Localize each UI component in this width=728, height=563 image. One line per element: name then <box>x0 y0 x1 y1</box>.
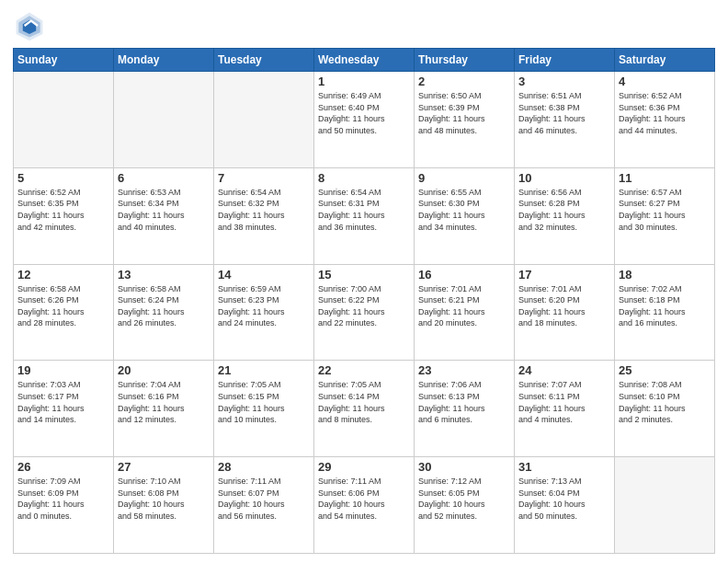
day-number: 19 <box>17 363 109 377</box>
day-info: Sunrise: 7:01 AM Sunset: 6:21 PM Dayligh… <box>418 283 510 329</box>
calendar-week-5: 26Sunrise: 7:09 AM Sunset: 6:09 PM Dayli… <box>14 457 715 554</box>
day-number: 20 <box>118 363 210 377</box>
day-number: 23 <box>418 363 510 377</box>
calendar-cell <box>615 457 715 554</box>
day-info: Sunrise: 7:09 AM Sunset: 6:09 PM Dayligh… <box>17 476 109 522</box>
day-info: Sunrise: 7:08 AM Sunset: 6:10 PM Dayligh… <box>619 379 711 425</box>
calendar-cell: 18Sunrise: 7:02 AM Sunset: 6:18 PM Dayli… <box>615 264 715 361</box>
day-number: 30 <box>418 460 510 474</box>
calendar-cell: 23Sunrise: 7:06 AM Sunset: 6:13 PM Dayli… <box>415 361 515 457</box>
day-info: Sunrise: 7:04 AM Sunset: 6:16 PM Dayligh… <box>118 379 210 425</box>
weekday-header-row: SundayMondayTuesdayWednesdayThursdayFrid… <box>14 49 715 72</box>
calendar-cell: 5Sunrise: 6:52 AM Sunset: 6:35 PM Daylig… <box>14 167 114 264</box>
day-info: Sunrise: 6:54 AM Sunset: 6:32 PM Dayligh… <box>218 187 310 233</box>
calendar-cell: 14Sunrise: 6:59 AM Sunset: 6:23 PM Dayli… <box>214 264 314 361</box>
calendar-cell: 11Sunrise: 6:57 AM Sunset: 6:27 PM Dayli… <box>615 167 715 264</box>
calendar-cell: 28Sunrise: 7:11 AM Sunset: 6:07 PM Dayli… <box>214 457 314 554</box>
day-number: 5 <box>17 171 109 185</box>
day-number: 6 <box>118 171 210 185</box>
day-info: Sunrise: 7:02 AM Sunset: 6:18 PM Dayligh… <box>619 283 711 329</box>
day-number: 15 <box>318 268 410 282</box>
weekday-header-sunday: Sunday <box>14 49 114 72</box>
day-number: 28 <box>218 460 310 474</box>
calendar-cell: 25Sunrise: 7:08 AM Sunset: 6:10 PM Dayli… <box>615 361 715 457</box>
weekday-header-thursday: Thursday <box>415 49 515 72</box>
day-info: Sunrise: 6:58 AM Sunset: 6:24 PM Dayligh… <box>118 283 210 329</box>
day-info: Sunrise: 6:49 AM Sunset: 6:40 PM Dayligh… <box>318 90 410 136</box>
calendar-cell: 1Sunrise: 6:49 AM Sunset: 6:40 PM Daylig… <box>314 72 415 168</box>
calendar-cell: 30Sunrise: 7:12 AM Sunset: 6:05 PM Dayli… <box>415 457 515 554</box>
day-number: 10 <box>518 171 610 185</box>
day-info: Sunrise: 6:52 AM Sunset: 6:35 PM Dayligh… <box>17 187 109 233</box>
day-info: Sunrise: 6:58 AM Sunset: 6:26 PM Dayligh… <box>17 283 109 329</box>
calendar-cell: 17Sunrise: 7:01 AM Sunset: 6:20 PM Dayli… <box>515 264 615 361</box>
weekday-header-wednesday: Wednesday <box>314 49 415 72</box>
day-number: 3 <box>518 75 610 88</box>
weekday-header-tuesday: Tuesday <box>214 49 314 72</box>
calendar-cell: 24Sunrise: 7:07 AM Sunset: 6:11 PM Dayli… <box>515 361 615 457</box>
day-info: Sunrise: 6:53 AM Sunset: 6:34 PM Dayligh… <box>118 187 210 233</box>
day-number: 25 <box>619 363 711 377</box>
day-info: Sunrise: 7:01 AM Sunset: 6:20 PM Dayligh… <box>518 283 610 329</box>
calendar-cell: 7Sunrise: 6:54 AM Sunset: 6:32 PM Daylig… <box>214 167 314 264</box>
day-number: 27 <box>118 460 210 474</box>
weekday-header-saturday: Saturday <box>615 49 715 72</box>
day-number: 21 <box>218 363 310 377</box>
day-info: Sunrise: 7:07 AM Sunset: 6:11 PM Dayligh… <box>518 379 610 425</box>
calendar-cell: 15Sunrise: 7:00 AM Sunset: 6:22 PM Dayli… <box>314 264 415 361</box>
day-number: 29 <box>318 460 410 474</box>
calendar-cell: 27Sunrise: 7:10 AM Sunset: 6:08 PM Dayli… <box>114 457 214 554</box>
calendar-cell: 26Sunrise: 7:09 AM Sunset: 6:09 PM Dayli… <box>14 457 114 554</box>
day-info: Sunrise: 7:05 AM Sunset: 6:14 PM Dayligh… <box>318 379 410 425</box>
header <box>13 9 715 42</box>
day-info: Sunrise: 6:50 AM Sunset: 6:39 PM Dayligh… <box>418 90 510 136</box>
calendar-cell: 22Sunrise: 7:05 AM Sunset: 6:14 PM Dayli… <box>314 361 415 457</box>
weekday-header-monday: Monday <box>114 49 214 72</box>
day-number: 7 <box>218 171 310 185</box>
calendar-cell: 4Sunrise: 6:52 AM Sunset: 6:36 PM Daylig… <box>615 72 715 168</box>
calendar-cell <box>14 72 114 168</box>
calendar-cell: 2Sunrise: 6:50 AM Sunset: 6:39 PM Daylig… <box>415 72 515 168</box>
day-number: 8 <box>318 171 410 185</box>
day-number: 18 <box>619 268 711 282</box>
day-info: Sunrise: 7:00 AM Sunset: 6:22 PM Dayligh… <box>318 283 410 329</box>
calendar-week-3: 12Sunrise: 6:58 AM Sunset: 6:26 PM Dayli… <box>14 264 715 361</box>
calendar-cell <box>114 72 214 168</box>
day-info: Sunrise: 7:11 AM Sunset: 6:06 PM Dayligh… <box>318 476 410 522</box>
day-info: Sunrise: 7:03 AM Sunset: 6:17 PM Dayligh… <box>17 379 109 425</box>
calendar-cell: 16Sunrise: 7:01 AM Sunset: 6:21 PM Dayli… <box>415 264 515 361</box>
calendar-week-2: 5Sunrise: 6:52 AM Sunset: 6:35 PM Daylig… <box>14 167 715 264</box>
day-number: 4 <box>619 75 711 88</box>
day-info: Sunrise: 7:10 AM Sunset: 6:08 PM Dayligh… <box>118 476 210 522</box>
day-number: 12 <box>17 268 109 282</box>
day-info: Sunrise: 6:56 AM Sunset: 6:28 PM Dayligh… <box>518 187 610 233</box>
weekday-header-friday: Friday <box>515 49 615 72</box>
calendar-week-1: 1Sunrise: 6:49 AM Sunset: 6:40 PM Daylig… <box>14 72 715 168</box>
day-info: Sunrise: 6:59 AM Sunset: 6:23 PM Dayligh… <box>218 283 310 329</box>
day-info: Sunrise: 6:55 AM Sunset: 6:30 PM Dayligh… <box>418 187 510 233</box>
day-info: Sunrise: 6:52 AM Sunset: 6:36 PM Dayligh… <box>619 90 711 136</box>
calendar-cell: 12Sunrise: 6:58 AM Sunset: 6:26 PM Dayli… <box>14 264 114 361</box>
logo-icon <box>13 9 46 42</box>
day-number: 26 <box>17 460 109 474</box>
calendar-week-4: 19Sunrise: 7:03 AM Sunset: 6:17 PM Dayli… <box>14 361 715 457</box>
calendar-cell: 19Sunrise: 7:03 AM Sunset: 6:17 PM Dayli… <box>14 361 114 457</box>
day-number: 17 <box>518 268 610 282</box>
day-info: Sunrise: 6:54 AM Sunset: 6:31 PM Dayligh… <box>318 187 410 233</box>
day-info: Sunrise: 7:05 AM Sunset: 6:15 PM Dayligh… <box>218 379 310 425</box>
calendar-cell: 21Sunrise: 7:05 AM Sunset: 6:15 PM Dayli… <box>214 361 314 457</box>
calendar-cell: 29Sunrise: 7:11 AM Sunset: 6:06 PM Dayli… <box>314 457 415 554</box>
day-info: Sunrise: 6:51 AM Sunset: 6:38 PM Dayligh… <box>518 90 610 136</box>
calendar-table: SundayMondayTuesdayWednesdayThursdayFrid… <box>13 48 715 554</box>
day-number: 11 <box>619 171 711 185</box>
day-number: 13 <box>118 268 210 282</box>
calendar-cell: 3Sunrise: 6:51 AM Sunset: 6:38 PM Daylig… <box>515 72 615 168</box>
calendar-cell: 9Sunrise: 6:55 AM Sunset: 6:30 PM Daylig… <box>415 167 515 264</box>
day-number: 31 <box>518 460 610 474</box>
calendar-cell: 31Sunrise: 7:13 AM Sunset: 6:04 PM Dayli… <box>515 457 615 554</box>
day-number: 9 <box>418 171 510 185</box>
day-info: Sunrise: 7:11 AM Sunset: 6:07 PM Dayligh… <box>218 476 310 522</box>
calendar-cell: 6Sunrise: 6:53 AM Sunset: 6:34 PM Daylig… <box>114 167 214 264</box>
day-info: Sunrise: 7:12 AM Sunset: 6:05 PM Dayligh… <box>418 476 510 522</box>
day-info: Sunrise: 7:06 AM Sunset: 6:13 PM Dayligh… <box>418 379 510 425</box>
